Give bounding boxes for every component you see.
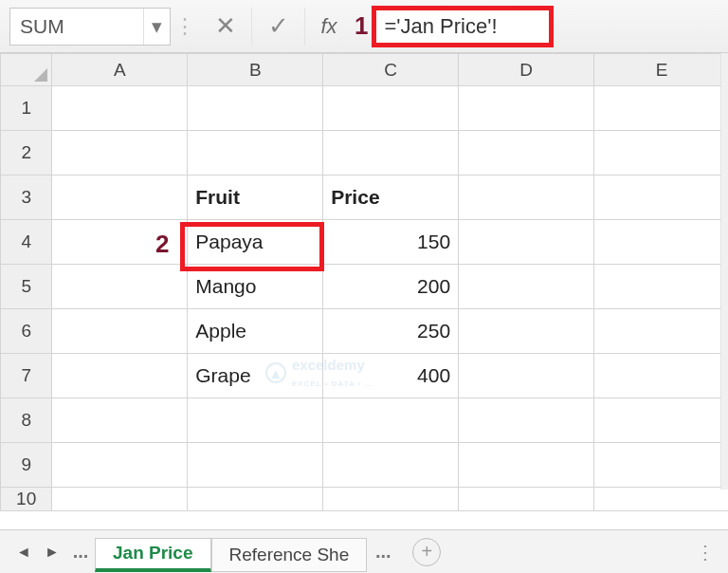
cell-E6[interactable] <box>594 309 728 354</box>
cell-A7[interactable] <box>52 354 188 398</box>
cell-B7[interactable]: Grape <box>188 354 323 398</box>
cell-E3[interactable] <box>594 176 728 220</box>
tab-nav-prev-button[interactable]: ◄ <box>9 544 38 561</box>
formula-input[interactable]: ='Jan Price'! <box>372 6 554 47</box>
cell-C8[interactable] <box>323 398 459 443</box>
col-header-A[interactable]: A <box>52 54 188 86</box>
cell-D2[interactable] <box>459 131 594 176</box>
row-header-5[interactable]: 5 <box>1 265 52 309</box>
cell-E4[interactable] <box>594 220 728 265</box>
cell-C10[interactable] <box>323 488 459 511</box>
cell-A1[interactable] <box>52 86 188 131</box>
cell-B4[interactable]: Papaya <box>188 220 323 265</box>
checkmark-icon: ✓ <box>268 11 289 41</box>
cell-C4[interactable]: 150 <box>323 220 459 265</box>
cell-D9[interactable] <box>459 443 594 488</box>
cell-A8[interactable] <box>52 398 188 443</box>
annotation-1: 1 <box>355 11 368 41</box>
cell-B3[interactable]: Fruit <box>188 176 323 220</box>
cell-D5[interactable] <box>459 265 594 309</box>
formula-input-value: ='Jan Price'! <box>384 14 497 39</box>
insert-function-button[interactable]: fx <box>305 14 353 39</box>
cell-E2[interactable] <box>594 131 728 176</box>
cell-E7[interactable] <box>594 354 728 398</box>
add-sheet-button[interactable]: + <box>412 538 441 566</box>
cell-C2[interactable] <box>323 131 459 176</box>
row-header-7[interactable]: 7 <box>1 354 52 398</box>
cell-E9[interactable] <box>594 443 728 488</box>
col-header-C[interactable]: C <box>323 54 459 86</box>
cell-B6[interactable]: Apple <box>188 309 323 354</box>
cell-E10[interactable] <box>594 488 728 511</box>
cell-D3[interactable] <box>459 176 594 220</box>
col-header-E[interactable]: E <box>594 54 728 86</box>
name-box-value: SUM <box>20 15 64 38</box>
cell-C1[interactable] <box>323 86 459 131</box>
select-all-corner[interactable] <box>1 54 52 86</box>
cell-A3[interactable] <box>52 176 188 220</box>
cell-B8[interactable] <box>188 398 323 443</box>
row-header-8[interactable]: 8 <box>1 398 52 443</box>
tab-jan-price[interactable]: Jan Price <box>95 538 211 572</box>
cell-B10[interactable] <box>188 488 323 511</box>
row-header-3[interactable]: 3 <box>1 176 52 220</box>
row-header-4[interactable]: 4 <box>1 220 52 265</box>
tab-nav-next-button[interactable]: ► <box>38 544 66 561</box>
cell-D6[interactable] <box>459 309 594 354</box>
tab-reference-sheet[interactable]: Reference She <box>211 538 368 572</box>
cell-A9[interactable] <box>52 443 188 488</box>
cell-A10[interactable] <box>52 488 188 511</box>
cell-C9[interactable] <box>323 443 459 488</box>
cell-B1[interactable] <box>188 86 323 131</box>
name-box[interactable]: SUM ▾ <box>9 8 171 46</box>
cell-A6[interactable] <box>52 309 188 354</box>
row-header-1[interactable]: 1 <box>1 86 52 131</box>
col-header-B[interactable]: B <box>188 54 323 86</box>
cell-D1[interactable] <box>459 86 594 131</box>
worksheet-grid: A B C D E 1 2 3 Fruit Price 4 Papaya 150… <box>0 53 728 527</box>
cell-D4[interactable] <box>459 220 594 265</box>
name-box-dropdown-icon[interactable]: ▾ <box>143 9 170 45</box>
cell-E5[interactable] <box>594 265 728 309</box>
tab-strip-options-icon[interactable]: ⋮ <box>696 541 715 564</box>
cell-C6[interactable]: 250 <box>323 309 459 354</box>
plus-icon: + <box>421 541 432 563</box>
tab-overflow-ellipsis[interactable]: ... <box>367 541 399 563</box>
cell-C5[interactable]: 200 <box>323 265 459 309</box>
sheet-tab-strip: ◄ ► ... Jan Price Reference She ... + ⋮ <box>0 529 728 573</box>
cell-D8[interactable] <box>459 398 594 443</box>
cell-B9[interactable] <box>188 443 323 488</box>
row-header-2[interactable]: 2 <box>1 131 52 176</box>
row-header-6[interactable]: 6 <box>1 309 52 354</box>
row-header-10[interactable]: 10 <box>1 488 52 511</box>
formula-bar: SUM ▾ ⋮ ✕ ✓ fx 1 ='Jan Price'! <box>0 0 728 53</box>
col-header-D[interactable]: D <box>459 54 594 86</box>
cell-C7[interactable]: 400 <box>323 354 459 398</box>
cell-B5[interactable]: Mango <box>188 265 323 309</box>
cell-E8[interactable] <box>594 398 728 443</box>
cell-B2[interactable] <box>188 131 323 176</box>
tab-nav-ellipsis[interactable]: ... <box>66 541 95 563</box>
cell-D10[interactable] <box>459 488 594 511</box>
vertical-scrollbar[interactable] <box>720 53 728 490</box>
enter-formula-button[interactable]: ✓ <box>252 8 305 46</box>
cancel-icon: ✕ <box>215 11 236 41</box>
row-header-9[interactable]: 9 <box>1 443 52 488</box>
cell-A5[interactable] <box>52 265 188 309</box>
sheet-table: A B C D E 1 2 3 Fruit Price 4 Papaya 150… <box>0 53 728 511</box>
cell-D7[interactable] <box>459 354 594 398</box>
cancel-formula-button[interactable]: ✕ <box>199 8 252 46</box>
annotation-2: 2 <box>155 230 169 259</box>
cell-A2[interactable] <box>52 131 188 176</box>
fx-icon: fx <box>320 14 337 38</box>
formula-bar-options-icon[interactable]: ⋮ <box>171 22 199 31</box>
cell-E1[interactable] <box>594 86 728 131</box>
cell-C3[interactable]: Price <box>323 176 459 220</box>
